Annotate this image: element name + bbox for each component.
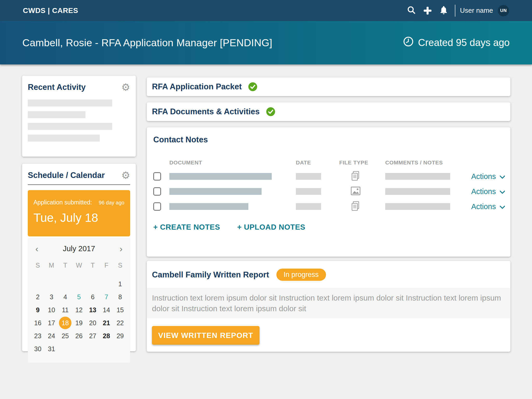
weekday-label: T	[58, 259, 72, 272]
submitted-ago: 96 day ago	[99, 200, 124, 206]
check-circle-icon	[266, 107, 275, 116]
user-name-label: User name	[460, 6, 493, 15]
calendar-day[interactable]: 4	[58, 290, 72, 303]
calendar-day[interactable]: 22	[113, 316, 127, 329]
add-new-button[interactable]	[420, 3, 436, 18]
notifications-button[interactable]	[436, 3, 452, 18]
upload-notes-link[interactable]: + UPLOAD NOTES	[237, 223, 305, 231]
calendar-day[interactable]: 6	[86, 290, 99, 303]
actions-dropdown[interactable]: Actions	[471, 172, 505, 181]
file-type-cell	[351, 187, 385, 196]
weekday-label: T	[86, 259, 99, 272]
document-cell	[169, 188, 296, 195]
actions-dropdown[interactable]: Actions	[471, 202, 505, 211]
date-placeholder-bar	[296, 188, 321, 195]
calendar-day[interactable]: 3	[45, 290, 58, 303]
create-notes-link[interactable]: + CREATE NOTES	[153, 223, 220, 231]
calendar-day	[45, 277, 58, 290]
calendar-panel: ‹ July 2017 › SMTWTFS 123456789101112131…	[28, 238, 130, 363]
table-row: Actions	[153, 199, 505, 214]
calendar-nav: ‹ July 2017 ›	[31, 244, 127, 253]
calendar-day[interactable]: 8	[113, 290, 127, 303]
calendar-day[interactable]: 11	[58, 303, 72, 316]
calendar-days: 1234567891011121314151617181920212223242…	[31, 277, 127, 355]
calendar-day[interactable]: 16	[31, 316, 45, 329]
calendar-day[interactable]: 7	[99, 290, 113, 303]
calendar-day[interactable]: 12	[72, 303, 86, 316]
calendar-day[interactable]: 26	[72, 329, 86, 342]
column-header-comments: COMMENTS / NOTES	[385, 159, 449, 166]
calendar-day[interactable]: 1	[113, 277, 127, 290]
weekday-label: W	[72, 259, 86, 272]
calendar-day[interactable]: 24	[45, 329, 58, 342]
topbar-actions: User name UN	[403, 3, 509, 18]
calendar-day[interactable]: 20	[86, 316, 99, 329]
gear-icon[interactable]: ⚙	[121, 170, 130, 180]
contact-notes-title: Contact Notes	[153, 135, 505, 144]
calendar-day[interactable]: 23	[31, 329, 45, 342]
comments-cell	[385, 173, 449, 180]
actions-label: Actions	[471, 202, 496, 211]
calendar-day[interactable]: 2	[31, 290, 45, 303]
calendar-day[interactable]: 19	[72, 316, 86, 329]
table-row: Actions	[153, 184, 505, 199]
calendar-day[interactable]: 14	[99, 303, 113, 316]
calendar-day[interactable]: 30	[31, 342, 45, 355]
rfa-documents-activities-section[interactable]: RFA Documents & Activities	[147, 102, 510, 121]
calendar-day[interactable]: 25	[58, 329, 72, 342]
bell-icon	[439, 5, 448, 16]
calendar-day[interactable]: 31	[45, 342, 58, 355]
calendar-day[interactable]: 5	[72, 290, 86, 303]
weekday-label: S	[113, 259, 127, 272]
user-avatar[interactable]: UN	[498, 5, 509, 16]
calendar-day	[31, 277, 45, 290]
placeholder-bar	[28, 99, 112, 107]
submitted-row: Application submitted: 96 day ago	[34, 199, 124, 206]
calendar-day[interactable]: 28	[99, 329, 113, 342]
actions-label: Actions	[471, 172, 496, 181]
comments-placeholder-bar	[385, 188, 450, 195]
comments-placeholder-bar	[385, 173, 450, 180]
created-text: Created 95 days ago	[418, 37, 510, 48]
schedule-header: Schedule / Calendar ⚙	[28, 170, 130, 180]
date-placeholder-bar	[296, 173, 321, 180]
search-button[interactable]	[403, 3, 420, 18]
calendar-day[interactable]: 29	[113, 329, 127, 342]
calendar-prev-button[interactable]: ‹	[31, 244, 43, 253]
file-type-cell	[351, 171, 385, 182]
calendar-day[interactable]: 17	[45, 316, 58, 329]
gear-icon[interactable]: ⚙	[121, 82, 130, 92]
schedule-title: Schedule / Calendar	[28, 171, 105, 180]
submitted-date: Tue, July 18	[34, 211, 124, 225]
check-circle-icon	[248, 82, 257, 91]
rfa-application-packet-section[interactable]: RFA Application Packet	[147, 77, 510, 96]
calendar-next-button[interactable]: ›	[115, 244, 127, 253]
status-badge: In progress	[276, 269, 326, 281]
row-checkbox[interactable]	[153, 202, 161, 211]
row-checkbox[interactable]	[153, 172, 161, 181]
calendar-day[interactable]: 27	[86, 329, 99, 342]
calendar-day[interactable]: 15	[113, 303, 127, 316]
document-file-icon	[351, 171, 360, 182]
column-header-document: DOCUMENT	[169, 159, 296, 166]
weekday-label: M	[45, 259, 58, 272]
weekday-label: F	[99, 259, 113, 272]
view-written-report-button[interactable]: VIEW WRITTEN REPORT	[152, 326, 260, 345]
calendar-day-selected[interactable]: 18	[58, 316, 72, 329]
calendar-day	[58, 277, 72, 290]
row-checkbox[interactable]	[153, 187, 161, 196]
calendar-day	[113, 342, 127, 355]
calendar-day[interactable]: 9	[31, 303, 45, 316]
calendar-day	[99, 342, 113, 355]
calendar-day[interactable]: 13	[86, 303, 99, 316]
comments-cell	[385, 188, 449, 195]
actions-dropdown[interactable]: Actions	[471, 187, 505, 196]
section-title: RFA Documents & Activities	[152, 107, 260, 116]
document-placeholder-bar	[169, 203, 248, 210]
calendar-day[interactable]: 10	[45, 303, 58, 316]
top-nav-bar: CWDS | CARES User name UN	[0, 0, 532, 21]
row-checkbox-cell	[153, 172, 169, 181]
comments-placeholder-bar	[385, 203, 450, 210]
calendar-day[interactable]: 21	[99, 316, 113, 329]
notes-actions: + CREATE NOTES + UPLOAD NOTES	[153, 223, 505, 231]
